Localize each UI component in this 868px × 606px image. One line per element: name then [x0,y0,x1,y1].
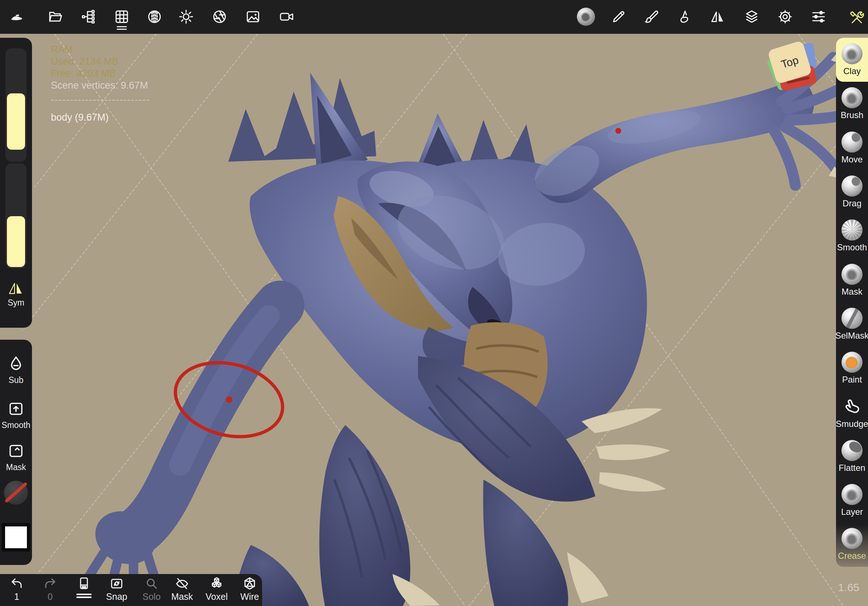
flatten-sphere-icon [842,440,863,461]
scene-graph-icon[interactable] [81,9,97,25]
left-action-panel: Sub Smooth Mask [0,340,32,565]
clay-sphere-icon [842,43,863,64]
nomad-logo[interactable] [9,9,25,25]
magnifier-icon [144,576,159,591]
files-folder-icon[interactable] [48,9,64,25]
alpha-disabled-icon [4,481,28,505]
tool-clay[interactable]: Clay [836,38,868,82]
background-image-icon[interactable] [245,9,261,25]
topology-submenu-indicator [117,26,127,30]
tool-move[interactable]: Move [836,126,868,170]
smooth-sphere-icon [842,220,863,241]
tool-layer[interactable]: Layer [836,478,868,523]
scale-indicator: 1.65 [838,581,859,594]
mask-label: Mask [6,462,26,472]
settings-gear-icon[interactable] [777,9,793,25]
history-panel-button[interactable] [68,576,100,598]
camera-icon[interactable] [279,9,295,25]
topology-grid-icon[interactable] [114,9,130,25]
strength-slider[interactable] [5,164,26,269]
symmetry-toggle[interactable]: Sym [0,282,32,308]
voxel-remesh-icon[interactable] [146,9,163,25]
layer-sphere-icon [842,484,863,505]
smudge-finger-icon [842,396,863,417]
smooth-label: Smooth [2,420,30,430]
notebook-icon [77,576,91,591]
wireframe-button[interactable]: Wire [233,576,266,601]
smooth-modifier-button[interactable]: Smooth [0,400,32,430]
sculpt-viewport[interactable] [0,0,868,606]
undo-button[interactable]: 1 [0,576,33,601]
nomad-sculpt-app: RAM Used: 2134 MB Free: 4203 MB Scene ve… [0,0,868,606]
material-sphere[interactable] [577,8,595,26]
tool-flatten[interactable]: Flatten [836,434,868,478]
top-toolbar [0,0,868,34]
tool-brush[interactable]: Brush [836,82,868,126]
eye-off-icon [175,576,189,591]
arrow-up-square-icon [7,400,25,417]
tool-smooth[interactable]: Smooth [836,214,868,258]
move-sphere-icon [842,131,863,153]
strength-slider-handle[interactable] [7,216,25,267]
symmetry-mirror-icon[interactable] [710,9,725,25]
drag-sphere-icon [842,175,863,196]
layers-icon[interactable] [744,9,760,25]
sub-label: Sub [9,375,23,385]
voxel-cubes-icon [209,576,224,591]
color-swatch [2,523,30,552]
right-tools-panel: Clay Brush Move Drag Smooth Mask SelMask… [836,38,868,567]
tool-selmask[interactable]: SelMask [836,302,868,346]
debug-tools-wrench-icon[interactable] [849,9,865,25]
pressure-stylus-icon[interactable] [676,9,693,25]
brush-sphere-icon [842,87,863,108]
tool-paint[interactable]: Paint [836,346,868,390]
history-submenu-indicator [76,594,91,598]
crease-sphere-icon [842,528,863,549]
stroke-pencil-icon[interactable] [611,9,627,25]
bottom-toolbar: 1 0 Snap Solo Mask Voxel Wire [0,574,262,606]
mask-visibility-button[interactable]: Mask [166,576,198,601]
symmetry-point-dot [615,128,621,134]
tool-drag[interactable]: Drag [836,170,868,214]
cube-top-label: Top [780,54,800,71]
drop-minus-icon [7,355,25,373]
color-swatch-button[interactable] [0,523,32,552]
tool-mask[interactable]: Mask [836,258,868,302]
werewolf-sculpt [81,46,868,606]
interface-sliders-icon[interactable] [811,9,826,25]
caret-square-icon [7,442,25,459]
wireframe-icon [242,576,257,591]
sub-mode-button[interactable]: Sub [0,355,32,385]
radius-slider-handle[interactable] [7,93,25,150]
symmetry-label: Sym [0,298,32,308]
undo-arrow-icon [9,576,24,591]
paint-sphere-icon [842,352,863,373]
alpha-falloff-button[interactable] [0,481,32,505]
postprocess-aperture-icon[interactable] [212,9,228,25]
snap-button[interactable]: Snap [100,576,133,601]
symmetry-triangles-icon [8,282,24,295]
selmask-sphere-icon [842,308,863,329]
paint-materials-icon[interactable] [643,9,659,25]
tool-smudge[interactable]: Smudge [836,390,868,434]
mask-sphere-icon [842,264,863,285]
voxel-mode-button[interactable]: Voxel [200,576,233,601]
snap-camera-icon [109,576,124,591]
mask-modifier-button[interactable]: Mask [0,442,32,472]
lighting-sun-icon[interactable] [178,9,194,25]
tool-crease[interactable]: Crease [836,523,868,566]
radius-slider[interactable] [5,48,26,162]
solo-button[interactable]: Solo [135,576,168,601]
left-brush-panel: Sym [0,38,32,328]
redo-arrow-icon [43,576,57,591]
redo-button[interactable]: 0 [34,576,67,601]
